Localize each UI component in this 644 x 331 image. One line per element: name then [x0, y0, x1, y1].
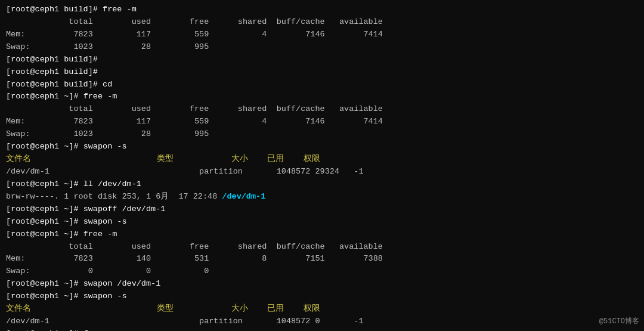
terminal-line: Mem: 7823 117 559 4 7146 7414 — [6, 116, 638, 128]
terminal-line: [root@ceph1 build]# free -m — [6, 4, 638, 16]
terminal-line: [root@ceph1 ~]# swapoff /dev/dm-1 — [6, 203, 638, 216]
terminal-line: Swap: 0 0 0 — [6, 265, 638, 278]
terminal-line: [root@ceph1 ~]# swapon -s — [6, 290, 638, 303]
terminal-line: [root@ceph1 ~]# swapon -s — [6, 141, 638, 153]
terminal-line: [root@ceph1 build]# — [6, 66, 638, 79]
terminal-line: [root@ceph1 ~]# free -m — [6, 91, 638, 103]
terminal-line: Mem: 7823 117 559 4 7146 7414 — [6, 29, 638, 41]
terminal-line: brw-rw----. 1 root disk 253, 1 6月 17 22:… — [6, 191, 638, 203]
terminal-line: /dev/dm-1 partition 1048572 0 -1 — [6, 315, 638, 328]
terminal-line: [root@ceph1 ~]# ll /dev/dm-1 — [6, 178, 638, 191]
terminal-output: [root@ceph1 build]# free -m total used f… — [6, 4, 638, 331]
watermark: @51CTO博客 — [599, 316, 639, 327]
terminal-line: Mem: 7823 140 531 8 7151 7388 — [6, 253, 638, 265]
terminal-line: [root@ceph1 ~]# free -m — [6, 228, 638, 241]
terminal-line: 文件名 类型 大小 已用 权限 — [6, 303, 638, 315]
terminal-line: Swap: 1023 28 995 — [6, 128, 638, 141]
terminal-line: [root@ceph1 build]# — [6, 54, 638, 66]
terminal-line: /dev/dm-1 partition 1048572 29324 -1 — [6, 166, 638, 178]
terminal-line: total used free shared buff/cache availa… — [6, 241, 638, 253]
terminal-line: Swap: 1023 28 995 — [6, 41, 638, 54]
terminal-window: [root@ceph1 build]# free -m total used f… — [6, 4, 638, 327]
terminal-line: 文件名 类型 大小 已用 权限 — [6, 153, 638, 166]
terminal-line: total used free shared buff/cache availa… — [6, 103, 638, 116]
terminal-line: total used free shared buff/cache availa… — [6, 16, 638, 29]
terminal-line: [root@ceph1 ~]# swapon /dev/dm-1 — [6, 278, 638, 290]
terminal-line: [root@ceph1 build]# cd — [6, 79, 638, 91]
terminal-line: [root@ceph1 ~]# swapon -s — [6, 216, 638, 228]
terminal-line: [root@ceph1 ~]# free -m — [6, 328, 638, 331]
